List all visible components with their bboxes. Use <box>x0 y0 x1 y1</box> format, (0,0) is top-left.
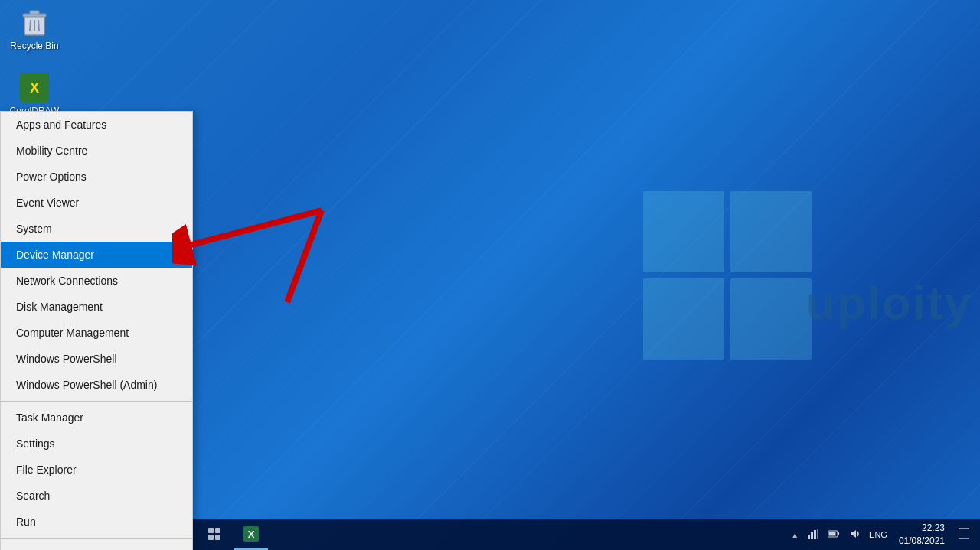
svg-rect-2 <box>30 11 39 15</box>
taskbar-time-value: 22:23 <box>899 522 945 535</box>
menu-item-power-options[interactable]: Power Options <box>1 164 192 190</box>
svg-text:X: X <box>248 529 255 540</box>
taskbar-excel-app[interactable]: X <box>234 519 268 550</box>
notification-center-button[interactable] <box>954 525 974 545</box>
network-status-icon <box>808 529 818 539</box>
svg-rect-20 <box>215 535 220 540</box>
menu-item-system[interactable]: System <box>1 216 192 242</box>
svg-line-10 <box>287 210 322 302</box>
menu-item-windows-powershell-admin[interactable]: Windows PowerShell (Admin) <box>1 372 192 398</box>
notification-icon <box>959 528 969 539</box>
context-menu: Apps and Features Mobility Centre Power … <box>0 111 193 550</box>
brand-watermark: uploity <box>806 275 972 330</box>
svg-rect-25 <box>814 530 816 539</box>
svg-text:X: X <box>30 80 39 96</box>
svg-rect-18 <box>215 528 220 533</box>
menu-divider-1 <box>1 401 192 402</box>
menu-item-settings[interactable]: Settings <box>1 431 192 457</box>
menu-item-task-manager[interactable]: Task Manager <box>1 405 192 431</box>
menu-divider-2 <box>1 538 192 539</box>
svg-rect-29 <box>829 532 836 536</box>
battery-icon[interactable] <box>825 529 842 541</box>
svg-rect-26 <box>817 529 818 539</box>
menu-item-shut-down[interactable]: Shut down or sign out ▸ <box>1 542 192 550</box>
taskbar-clock[interactable]: 22:23 01/08/2021 <box>894 520 949 549</box>
tray-expand-icon[interactable]: ▲ <box>789 529 801 541</box>
annotation-arrow <box>172 203 325 340</box>
svg-line-3 <box>30 20 31 31</box>
menu-item-run[interactable]: Run <box>1 509 192 535</box>
menu-item-windows-powershell[interactable]: Windows PowerShell <box>1 346 192 372</box>
task-view-icon <box>208 528 220 540</box>
svg-rect-19 <box>208 535 214 540</box>
svg-marker-30 <box>851 530 856 538</box>
svg-rect-17 <box>208 528 214 533</box>
svg-rect-24 <box>811 532 813 539</box>
menu-item-apps-features[interactable]: Apps and Features <box>1 112 192 138</box>
recycle-bin-image <box>19 7 50 37</box>
task-view-button[interactable] <box>198 519 231 550</box>
svg-rect-28 <box>838 532 839 535</box>
menu-item-event-viewer[interactable]: Event Viewer <box>1 190 192 216</box>
windows-logo-watermark <box>643 191 812 360</box>
menu-item-computer-management[interactable]: Computer Management <box>1 320 192 346</box>
svg-line-9 <box>191 210 322 245</box>
menu-item-search[interactable]: Search <box>1 483 192 509</box>
menu-item-disk-management[interactable]: Disk Management <box>1 294 192 320</box>
menu-item-mobility-centre[interactable]: Mobility Centre <box>1 138 192 164</box>
svg-rect-23 <box>808 535 810 539</box>
desktop: uploity Recycle Bin X CorelDRAW X7 <box>0 0 980 550</box>
excel-icon: X <box>243 526 259 542</box>
volume-icon <box>849 529 860 539</box>
battery-status-icon <box>828 530 840 538</box>
system-tray: ▲ <box>789 520 980 549</box>
menu-item-device-manager[interactable]: Device Manager <box>1 242 192 268</box>
taskbar-date-value: 01/08/2021 <box>899 535 945 548</box>
coreldraw-image: X <box>19 72 50 103</box>
svg-rect-31 <box>959 528 969 539</box>
speaker-icon[interactable] <box>847 527 862 542</box>
recycle-bin-label: Recycle Bin <box>10 41 58 51</box>
network-icon[interactable] <box>805 527 821 542</box>
svg-line-5 <box>38 20 39 31</box>
recycle-bin-icon[interactable]: Recycle Bin <box>4 4 65 54</box>
language-indicator[interactable]: ENG <box>867 529 890 541</box>
menu-item-file-explorer[interactable]: File Explorer <box>1 457 192 483</box>
menu-item-network-connections[interactable]: Network Connections <box>1 268 192 294</box>
